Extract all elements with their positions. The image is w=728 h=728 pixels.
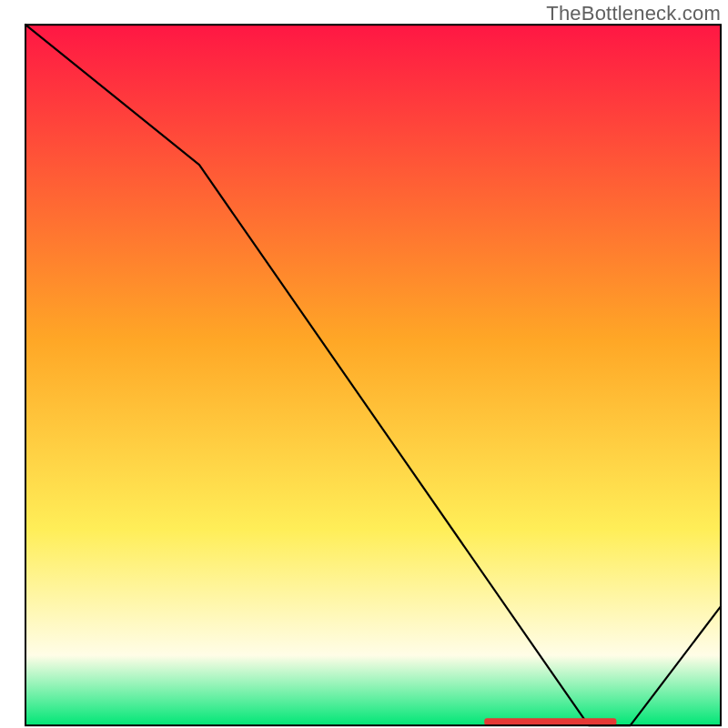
- watermark-text: TheBottleneck.com: [546, 2, 721, 25]
- chart-container: { "watermark": "TheBottleneck.com", "col…: [0, 0, 728, 728]
- plot-background: [25, 25, 721, 725]
- optimum-marker: [484, 718, 616, 725]
- bottleneck-chart: [0, 0, 728, 728]
